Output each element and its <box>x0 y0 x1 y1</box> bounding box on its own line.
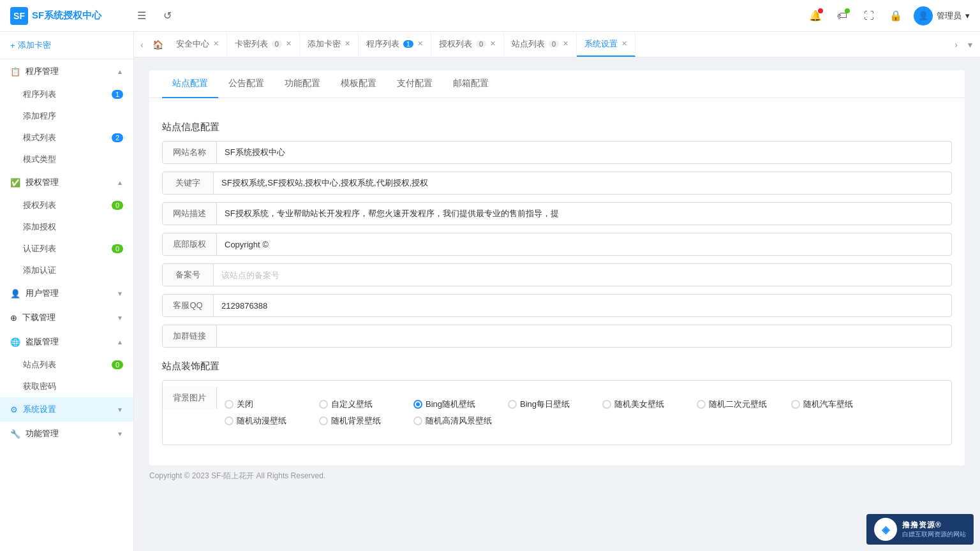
notification-badge <box>818 8 823 13</box>
inner-tab-feature-config[interactable]: 功能配置 <box>274 70 330 98</box>
sidebar-group-program-header[interactable]: 📋 程序管理 ▲ <box>0 59 133 84</box>
sidebar-group-function-header[interactable]: 🔧 功能管理 ▼ <box>0 422 133 446</box>
description-input[interactable] <box>217 204 951 224</box>
qq-input[interactable] <box>214 296 951 316</box>
group-link-label: 加群链接 <box>163 325 217 347</box>
radio-custom[interactable] <box>319 400 328 409</box>
bg-option-car[interactable]: 随机汽车壁纸 <box>791 399 880 410</box>
tab-site-list[interactable]: 站点列表 0 ✕ <box>504 33 577 57</box>
chevron-up-icon-auth: ▲ <box>117 179 123 186</box>
tab-program-list[interactable]: 程序列表 1 ✕ <box>359 33 431 57</box>
system-settings-icon: ⚙ <box>10 405 18 415</box>
admin-info[interactable]: 👤 管理员 ▾ <box>914 6 970 26</box>
expand-icon[interactable]: ⛶ <box>860 7 878 25</box>
tab-dropdown-button[interactable]: ▾ <box>963 40 977 50</box>
bg-option-anime[interactable]: 随机二次元壁纸 <box>697 399 786 410</box>
bg-option-bing-random[interactable]: Bing随机壁纸 <box>413 399 503 410</box>
radio-landscape[interactable] <box>413 416 422 425</box>
radio-animation[interactable] <box>225 416 234 425</box>
tab-bar: ‹ 🏠 安全中心 ✕ 卡密列表 0 ✕ 添加卡密 ✕ 程序列表 1 ✕ 授权列表 <box>134 32 980 57</box>
tab-auth-list[interactable]: 授权列表 0 ✕ <box>431 33 504 57</box>
tag-icon[interactable]: 🏷 <box>833 7 851 25</box>
qq-label: 客服QQ <box>163 295 214 316</box>
tab-home-button[interactable]: 🏠 <box>147 40 168 50</box>
bg-option-animation[interactable]: 随机动漫壁纸 <box>225 415 314 427</box>
refresh-button[interactable]: ↺ <box>158 7 176 25</box>
bg-option-close[interactable]: 关闭 <box>225 399 314 410</box>
inner-tab-bar: 站点配置 公告配置 功能配置 模板配置 支付配置 邮箱配置 <box>149 70 965 98</box>
sidebar-group-auth: ✅ 授权管理 ▲ 授权列表 0 添加授权 认证列表 0 添加认证 <box>0 170 133 281</box>
inner-tab-site-config[interactable]: 站点配置 <box>162 70 218 98</box>
tab-security-center[interactable]: 安全中心 ✕ <box>168 33 227 57</box>
content-area: ‹ 🏠 安全中心 ✕ 卡密列表 0 ✕ 添加卡密 ✕ 程序列表 1 ✕ 授权列表 <box>134 32 980 551</box>
sidebar-group-download-header[interactable]: ⊕ 下载管理 ▼ <box>0 305 133 330</box>
menu-toggle-button[interactable]: ☰ <box>133 7 151 25</box>
app-logo: SF SF系统授权中心 <box>10 7 125 25</box>
decoration-title: 站点装饰配置 <box>162 355 952 380</box>
tab-system-settings[interactable]: 系统设置 ✕ <box>577 33 635 57</box>
radio-bing-random[interactable] <box>413 400 422 409</box>
user-management-label: 用户管理 <box>26 288 59 299</box>
bg-options-group: 关闭 自定义壁纸 Bing随机壁纸 <box>225 392 944 433</box>
sidebar-item-auth-list[interactable]: 授权列表 0 <box>0 195 133 216</box>
bg-option-random-bg[interactable]: 随机背景壁纸 <box>319 415 408 427</box>
tab-add-card[interactable]: 添加卡密 ✕ <box>300 33 359 57</box>
bg-option-landscape[interactable]: 随机高清风景壁纸 <box>413 415 503 427</box>
sidebar-item-program-list[interactable]: 程序列表 1 <box>0 84 133 105</box>
lock-icon[interactable]: 🔒 <box>887 7 905 25</box>
function-management-icon: 🔧 <box>10 429 20 439</box>
add-card-button[interactable]: + 添加卡密 <box>10 40 51 51</box>
sidebar-group-download: ⊕ 下载管理 ▼ <box>0 305 133 330</box>
sidebar-item-cert-list[interactable]: 认证列表 0 <box>0 238 133 260</box>
radio-random-bg[interactable] <box>319 416 328 425</box>
sidebar-item-mode-type[interactable]: 模式类型 <box>0 149 133 170</box>
inner-tab-email-config[interactable]: 邮箱配置 <box>443 70 499 98</box>
watermark-text: 撸撸资源® 白嫖互联网资源的网站 <box>902 520 966 540</box>
sidebar-item-mode-list[interactable]: 模式列表 2 <box>0 127 133 149</box>
user-management-icon: 👤 <box>10 289 20 298</box>
tab-prev-button[interactable]: ‹ <box>137 40 147 50</box>
radio-close[interactable] <box>225 400 234 409</box>
icp-input[interactable] <box>214 265 951 285</box>
tab-scroll-right-button[interactable]: › <box>949 40 963 50</box>
sidebar-group-auth-header[interactable]: ✅ 授权管理 ▲ <box>0 170 133 195</box>
inner-tab-notice-config[interactable]: 公告配置 <box>218 70 274 98</box>
footer-copyright-input[interactable] <box>217 235 951 254</box>
sidebar-item-get-password[interactable]: 获取密码 <box>0 376 133 397</box>
tab-card-list[interactable]: 卡密列表 0 ✕ <box>227 33 300 57</box>
sidebar-item-site-list[interactable]: 站点列表 0 <box>0 354 133 376</box>
keywords-input[interactable] <box>214 173 951 193</box>
radio-anime[interactable] <box>697 400 706 409</box>
sidebar-group-piracy-header[interactable]: 🌐 盗版管理 ▲ <box>0 330 133 354</box>
sidebar-item-system-settings[interactable]: ⚙ 系统设置 ▼ <box>0 397 133 422</box>
bg-option-beauty[interactable]: 随机美女壁纸 <box>602 399 692 410</box>
sidebar-item-add-auth[interactable]: 添加授权 <box>0 216 133 238</box>
tab-close-site[interactable]: ✕ <box>563 40 568 48</box>
footer-copyright-text: Copyright © 2023 SF-陌上花开 All Rights Rese… <box>149 471 325 480</box>
page-content: 站点配置 公告配置 功能配置 模板配置 支付配置 邮箱配置 站点信息配置 网站名… <box>134 57 980 551</box>
decoration-section: 站点装饰配置 背景图片 关闭 自定义壁纸 <box>149 355 965 445</box>
inner-tab-payment-config[interactable]: 支付配置 <box>387 70 443 98</box>
sidebar-group-user-header[interactable]: 👤 用户管理 ▼ <box>0 281 133 305</box>
site-name-input[interactable] <box>217 143 951 163</box>
tab-close-security[interactable]: ✕ <box>213 40 219 48</box>
inner-tab-template-config[interactable]: 模板配置 <box>330 70 387 98</box>
program-management-label: 程序管理 <box>26 66 59 77</box>
tab-close-program[interactable]: ✕ <box>417 40 423 48</box>
tab-close-auth[interactable]: ✕ <box>490 40 496 48</box>
tab-close-system[interactable]: ✕ <box>621 40 627 48</box>
tab-close-card-list[interactable]: ✕ <box>286 40 292 48</box>
notification-icon[interactable]: 🔔 <box>806 7 824 25</box>
sidebar-item-add-program[interactable]: 添加程序 <box>0 105 133 127</box>
radio-beauty[interactable] <box>602 400 611 409</box>
site-name-label: 网站名称 <box>163 142 217 163</box>
tab-close-add-card[interactable]: ✕ <box>345 40 350 48</box>
bg-option-bing-daily[interactable]: Bing每日壁纸 <box>508 399 597 410</box>
group-link-input[interactable] <box>217 327 951 346</box>
watermark-line2: 白嫖互联网资源的网站 <box>902 530 966 539</box>
bg-option-custom[interactable]: 自定义壁纸 <box>319 399 408 410</box>
radio-car[interactable] <box>791 400 800 409</box>
description-row: 网站描述 <box>162 202 952 225</box>
radio-bing-daily[interactable] <box>508 400 517 409</box>
sidebar-item-add-cert[interactable]: 添加认证 <box>0 260 133 281</box>
